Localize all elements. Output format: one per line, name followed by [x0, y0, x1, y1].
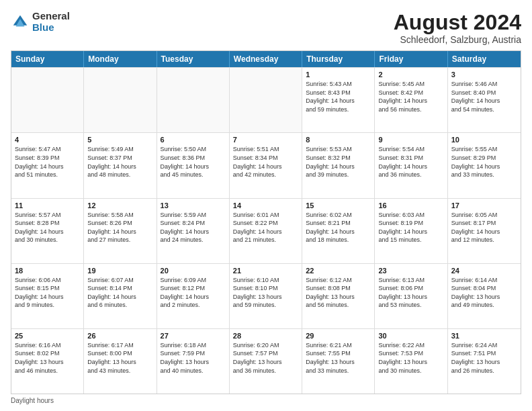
day-number: 7 [233, 136, 298, 144]
day-number: 3 [451, 71, 517, 79]
header-day-wednesday: Wednesday [230, 51, 302, 67]
day-cell-8: 8Sunrise: 5:53 AM Sunset: 8:32 PM Daylig… [302, 133, 375, 197]
day-cell-22: 22Sunrise: 6:12 AM Sunset: 8:08 PM Dayli… [302, 264, 375, 328]
calendar-week-4: 18Sunrise: 6:06 AM Sunset: 8:15 PM Dayli… [11, 263, 521, 328]
day-info: Sunrise: 6:01 AM Sunset: 8:22 PM Dayligh… [233, 211, 298, 244]
day-cell-11: 11Sunrise: 5:57 AM Sunset: 8:28 PM Dayli… [11, 199, 84, 263]
header-day-friday: Friday [375, 51, 447, 67]
day-info: Sunrise: 6:24 AM Sunset: 7:51 PM Dayligh… [451, 341, 517, 375]
day-info: Sunrise: 6:02 AM Sunset: 8:21 PM Dayligh… [306, 211, 371, 244]
calendar-week-2: 4Sunrise: 5:47 AM Sunset: 8:39 PM Daylig… [11, 132, 521, 197]
day-cell-23: 23Sunrise: 6:13 AM Sunset: 8:06 PM Dayli… [375, 264, 447, 328]
day-number: 4 [15, 136, 80, 144]
day-number: 27 [161, 332, 226, 340]
day-number: 5 [87, 136, 152, 144]
day-number: 31 [451, 332, 517, 340]
location-subtitle: Schleedorf, Salzburg, Austria [394, 34, 521, 45]
day-info: Sunrise: 6:07 AM Sunset: 8:14 PM Dayligh… [87, 276, 152, 310]
day-number: 8 [306, 136, 371, 144]
day-info: Sunrise: 6:20 AM Sunset: 7:57 PM Dayligh… [233, 341, 298, 375]
day-number: 10 [451, 136, 517, 144]
day-number: 13 [161, 201, 226, 210]
header-day-thursday: Thursday [302, 51, 375, 67]
header: General Blue August 2024 Schleedorf, Sal… [11, 11, 521, 45]
day-cell-12: 12Sunrise: 5:58 AM Sunset: 8:26 PM Dayli… [84, 199, 157, 263]
day-number: 6 [161, 136, 226, 144]
day-info: Sunrise: 6:16 AM Sunset: 8:02 PM Dayligh… [15, 341, 80, 375]
day-info: Sunrise: 6:21 AM Sunset: 7:55 PM Dayligh… [306, 341, 371, 375]
day-info: Sunrise: 5:53 AM Sunset: 8:32 PM Dayligh… [306, 145, 371, 179]
day-info: Sunrise: 5:45 AM Sunset: 8:42 PM Dayligh… [378, 80, 443, 113]
day-number: 22 [306, 267, 371, 275]
header-day-saturday: Saturday [448, 51, 521, 67]
day-cell-1: 1Sunrise: 5:43 AM Sunset: 8:43 PM Daylig… [302, 68, 375, 132]
day-cell-28: 28Sunrise: 6:20 AM Sunset: 7:57 PM Dayli… [230, 329, 302, 394]
day-number: 19 [87, 267, 152, 275]
day-info: Sunrise: 5:50 AM Sunset: 8:36 PM Dayligh… [161, 145, 226, 179]
header-day-monday: Monday [84, 51, 157, 67]
empty-cell [84, 68, 157, 132]
day-info: Sunrise: 6:03 AM Sunset: 8:19 PM Dayligh… [378, 211, 443, 244]
day-info: Sunrise: 6:13 AM Sunset: 8:06 PM Dayligh… [378, 276, 443, 310]
day-cell-27: 27Sunrise: 6:18 AM Sunset: 7:59 PM Dayli… [157, 329, 230, 394]
day-number: 9 [378, 136, 443, 144]
day-number: 25 [15, 332, 80, 340]
day-cell-17: 17Sunrise: 6:05 AM Sunset: 8:17 PM Dayli… [448, 199, 521, 263]
day-cell-15: 15Sunrise: 6:02 AM Sunset: 8:21 PM Dayli… [302, 199, 375, 263]
day-cell-9: 9Sunrise: 5:54 AM Sunset: 8:31 PM Daylig… [375, 133, 447, 197]
day-number: 14 [233, 201, 298, 210]
day-info: Sunrise: 5:43 AM Sunset: 8:43 PM Dayligh… [306, 80, 371, 113]
day-cell-4: 4Sunrise: 5:47 AM Sunset: 8:39 PM Daylig… [11, 133, 84, 197]
calendar-week-5: 25Sunrise: 6:16 AM Sunset: 8:02 PM Dayli… [11, 328, 521, 394]
day-info: Sunrise: 6:05 AM Sunset: 8:17 PM Dayligh… [451, 211, 517, 244]
day-number: 11 [15, 201, 80, 210]
month-title: August 2024 [394, 11, 521, 34]
day-info: Sunrise: 5:54 AM Sunset: 8:31 PM Dayligh… [378, 145, 443, 179]
day-info: Sunrise: 5:49 AM Sunset: 8:37 PM Dayligh… [87, 145, 152, 179]
logo-general: General [32, 11, 70, 22]
day-info: Sunrise: 6:12 AM Sunset: 8:08 PM Dayligh… [306, 276, 371, 310]
day-cell-5: 5Sunrise: 5:49 AM Sunset: 8:37 PM Daylig… [84, 133, 157, 197]
day-info: Sunrise: 6:06 AM Sunset: 8:15 PM Dayligh… [15, 276, 80, 310]
day-number: 1 [306, 71, 371, 79]
day-cell-10: 10Sunrise: 5:55 AM Sunset: 8:29 PM Dayli… [448, 133, 521, 197]
day-cell-20: 20Sunrise: 6:09 AM Sunset: 8:12 PM Dayli… [157, 264, 230, 328]
header-day-tuesday: Tuesday [157, 51, 230, 67]
day-cell-29: 29Sunrise: 6:21 AM Sunset: 7:55 PM Dayli… [302, 329, 375, 394]
day-info: Sunrise: 6:18 AM Sunset: 7:59 PM Dayligh… [161, 341, 226, 375]
day-info: Sunrise: 5:47 AM Sunset: 8:39 PM Dayligh… [15, 145, 80, 179]
day-number: 24 [451, 267, 517, 275]
day-number: 30 [378, 332, 443, 340]
day-info: Sunrise: 5:57 AM Sunset: 8:28 PM Dayligh… [15, 211, 80, 244]
empty-cell [157, 68, 230, 132]
day-info: Sunrise: 6:17 AM Sunset: 8:00 PM Dayligh… [87, 341, 152, 375]
day-info: Sunrise: 6:09 AM Sunset: 8:12 PM Dayligh… [161, 276, 226, 310]
footer-note: Daylight hours [11, 397, 521, 404]
day-cell-19: 19Sunrise: 6:07 AM Sunset: 8:14 PM Dayli… [84, 264, 157, 328]
title-area: August 2024 Schleedorf, Salzburg, Austri… [394, 11, 521, 45]
day-info: Sunrise: 5:46 AM Sunset: 8:40 PM Dayligh… [451, 80, 517, 113]
day-cell-30: 30Sunrise: 6:22 AM Sunset: 7:53 PM Dayli… [375, 329, 447, 394]
day-number: 17 [451, 201, 517, 210]
day-info: Sunrise: 5:51 AM Sunset: 8:34 PM Dayligh… [233, 145, 298, 179]
empty-cell [11, 68, 84, 132]
day-number: 12 [87, 201, 152, 210]
logo-blue: Blue [32, 22, 70, 34]
day-cell-2: 2Sunrise: 5:45 AM Sunset: 8:42 PM Daylig… [375, 68, 447, 132]
day-number: 16 [378, 201, 443, 210]
day-cell-13: 13Sunrise: 5:59 AM Sunset: 8:24 PM Dayli… [157, 199, 230, 263]
day-cell-24: 24Sunrise: 6:14 AM Sunset: 8:04 PM Dayli… [448, 264, 521, 328]
day-number: 15 [306, 201, 371, 210]
page: General Blue August 2024 Schleedorf, Sal… [0, 0, 532, 411]
day-info: Sunrise: 6:14 AM Sunset: 8:04 PM Dayligh… [451, 276, 517, 310]
calendar-header: SundayMondayTuesdayWednesdayThursdayFrid… [11, 51, 521, 67]
day-cell-18: 18Sunrise: 6:06 AM Sunset: 8:15 PM Dayli… [11, 264, 84, 328]
day-number: 20 [161, 267, 226, 275]
day-info: Sunrise: 5:59 AM Sunset: 8:24 PM Dayligh… [161, 211, 226, 244]
day-number: 23 [378, 267, 443, 275]
day-cell-26: 26Sunrise: 6:17 AM Sunset: 8:00 PM Dayli… [84, 329, 157, 394]
day-info: Sunrise: 6:10 AM Sunset: 8:10 PM Dayligh… [233, 276, 298, 310]
day-info: Sunrise: 6:22 AM Sunset: 7:53 PM Dayligh… [378, 341, 443, 375]
day-cell-7: 7Sunrise: 5:51 AM Sunset: 8:34 PM Daylig… [230, 133, 302, 197]
logo: General Blue [11, 11, 70, 33]
